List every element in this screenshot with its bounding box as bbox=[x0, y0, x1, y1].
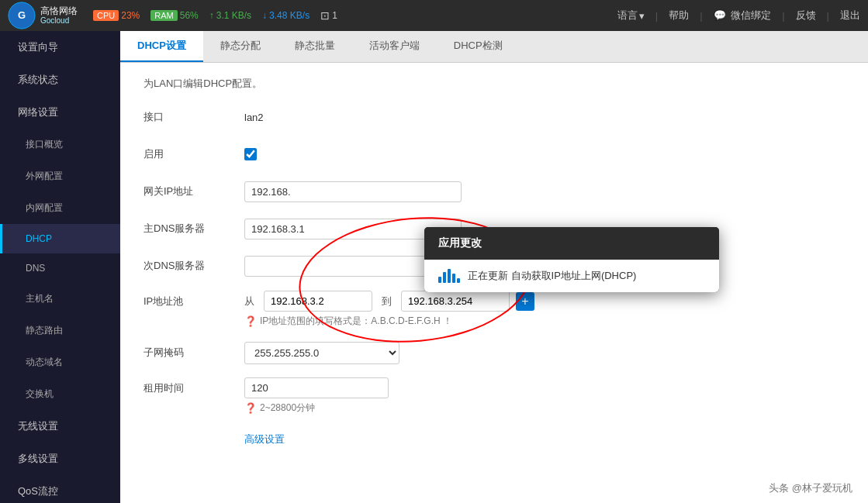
sidebar-item-hostname[interactable]: 主机名 bbox=[0, 283, 120, 315]
content-area: DHCP设置静态分配静态批量活动客户端DHCP检测 为LAN口编辑DHCP配置。… bbox=[120, 31, 868, 503]
sidebar-item-dns[interactable]: DNS bbox=[0, 253, 120, 283]
download-stat: ↓ 3.48 KB/s bbox=[262, 10, 310, 21]
topbar-stats: CPU 23% RAM 56% ↑ 3.1 KB/s ↓ 3.48 KB/s ⊡… bbox=[93, 9, 617, 22]
field-ip-pool: IP地址池 从 到 + ❓ IP地址范围的填写格式是：A.B.C.D-E.F.G… bbox=[144, 291, 845, 328]
subnet-mask-select[interactable]: 255.255.255.0 255.255.0.0 255.0.0.0 bbox=[244, 342, 399, 364]
wechat-icon: 💬 bbox=[714, 9, 726, 21]
mem-label: RAM bbox=[150, 10, 177, 21]
sidebar-item-setup-wizard[interactable]: 设置向导 bbox=[0, 31, 120, 64]
field-interface: 接口 lan2 bbox=[144, 105, 845, 129]
mem-stat: RAM 56% bbox=[150, 10, 198, 21]
conn-stat: ⊡ 1 bbox=[320, 9, 337, 22]
tab-静态分配[interactable]: 静态分配 bbox=[203, 31, 278, 62]
tab-DHCP检测[interactable]: DHCP检测 bbox=[437, 31, 520, 62]
modal-body: 正在更新 自动获取IP地址上网(DHCP) bbox=[424, 260, 719, 292]
modal-box: 应用更改 正在更新 自动获取IP地址上网(DHCP) bbox=[424, 227, 719, 292]
cpu-label: CPU bbox=[93, 10, 119, 21]
hint-icon: ❓ bbox=[244, 315, 257, 327]
upload-icon: ↑ bbox=[209, 10, 214, 21]
field-subnet-mask: 子网掩码 255.255.255.0 255.255.0.0 255.0.0.0 bbox=[144, 340, 845, 365]
sidebar-item-qos[interactable]: QoS流控 bbox=[0, 475, 120, 503]
mem-value: 56% bbox=[180, 10, 199, 21]
field-lease-time: 租用时间 ❓ 2~28800分钟 bbox=[144, 377, 845, 415]
sidebar-item-system-status[interactable]: 系统状态 bbox=[0, 64, 120, 96]
logo-icon: G bbox=[8, 2, 36, 29]
cpu-stat: CPU 23% bbox=[93, 10, 140, 21]
label-primary-dns: 主DNS服务器 bbox=[144, 222, 244, 236]
label-gateway-ip: 网关IP地址 bbox=[144, 184, 244, 198]
topbar: G 高恪网络 Gocloud CPU 23% RAM 56% ↑ 3.1 KB/… bbox=[0, 0, 868, 31]
form-description: 为LAN口编辑DHCP配置。 bbox=[144, 77, 845, 91]
sidebar-item-multi-wan[interactable]: 多线设置 bbox=[0, 443, 120, 475]
main-layout: 设置向导系统状态网络设置接口概览外网配置内网配置DHCPDNS主机名静态路由动态… bbox=[0, 31, 868, 503]
feedback-link[interactable]: 反馈 bbox=[796, 9, 816, 22]
lease-hint-row: ❓ 2~28800分钟 bbox=[244, 401, 315, 415]
label-enable: 启用 bbox=[144, 147, 244, 161]
from-label: 从 bbox=[244, 295, 254, 308]
lease-time-input[interactable] bbox=[244, 377, 389, 398]
label-subnet-mask: 子网掩码 bbox=[144, 346, 244, 360]
sidebar-item-network-settings[interactable]: 网络设置 bbox=[0, 96, 120, 129]
lease-hint-icon: ❓ bbox=[244, 402, 257, 414]
lang-button[interactable]: 语言 ▾ bbox=[617, 9, 645, 22]
sidebar: 设置向导系统状态网络设置接口概览外网配置内网配置DHCPDNS主机名静态路由动态… bbox=[0, 31, 120, 503]
logo: G 高恪网络 Gocloud bbox=[8, 2, 78, 29]
field-enable: 启用 bbox=[144, 142, 845, 167]
ip-hint-row: ❓ IP地址范围的填写格式是：A.B.C.D-E.F.G.H ！ bbox=[244, 315, 452, 328]
advanced-settings-link[interactable]: 高级设置 bbox=[244, 432, 285, 446]
ip-pool-to-input[interactable] bbox=[401, 291, 510, 312]
tabs-bar: DHCP设置静态分配静态批量活动客户端DHCP检测 bbox=[120, 31, 868, 63]
upload-value: 3.1 KB/s bbox=[216, 10, 251, 21]
sidebar-item-dynamic-dns[interactable]: 动态域名 bbox=[0, 346, 120, 378]
wechat-button[interactable]: 💬 微信绑定 bbox=[714, 9, 772, 22]
ip-range-row: 从 到 + bbox=[244, 291, 534, 312]
watermark: 头条 @林子爱玩机 bbox=[769, 481, 852, 495]
tab-静态批量[interactable]: 静态批量 bbox=[278, 31, 352, 62]
upload-stat: ↑ 3.1 KB/s bbox=[209, 10, 251, 21]
sidebar-item-lan-config[interactable]: 内网配置 bbox=[0, 192, 120, 224]
sidebar-item-wireless[interactable]: 无线设置 bbox=[0, 410, 120, 443]
cpu-value: 23% bbox=[121, 10, 140, 21]
logo-zh: 高恪网络 bbox=[40, 6, 78, 16]
sidebar-item-interface-overview[interactable]: 接口概览 bbox=[0, 129, 120, 160]
label-ip-pool: IP地址池 bbox=[144, 295, 244, 308]
tab-活动客户端[interactable]: 活动客户端 bbox=[352, 31, 437, 62]
chevron-down-icon: ▾ bbox=[639, 10, 645, 22]
modal-body-text: 正在更新 自动获取IP地址上网(DHCP) bbox=[468, 269, 636, 283]
logout-link[interactable]: 退出 bbox=[840, 9, 860, 22]
label-secondary-dns: 次DNS服务器 bbox=[144, 259, 244, 273]
sidebar-item-dhcp[interactable]: DHCP bbox=[0, 224, 120, 253]
topbar-right: 语言 ▾ | 帮助 | 💬 微信绑定 | 反馈 | 退出 bbox=[617, 9, 860, 22]
field-advanced: 高级设置 bbox=[144, 427, 845, 452]
enable-checkbox[interactable] bbox=[244, 148, 257, 160]
conn-icon: ⊡ bbox=[320, 9, 330, 22]
sidebar-item-static-route[interactable]: 静态路由 bbox=[0, 315, 120, 346]
logo-en: Gocloud bbox=[40, 16, 78, 25]
ip-pool-from-input[interactable] bbox=[264, 291, 372, 312]
help-link[interactable]: 帮助 bbox=[669, 9, 689, 22]
conn-value: 1 bbox=[332, 10, 337, 21]
ip-hint-text: IP地址范围的填写格式是：A.B.C.D-E.F.G.H ！ bbox=[260, 315, 452, 328]
tab-DHCP设置[interactable]: DHCP设置 bbox=[120, 31, 203, 62]
value-interface: lan2 bbox=[244, 112, 264, 123]
form-area: 为LAN口编辑DHCP配置。 接口 lan2 启用 网关IP地址 主DNS服务器 bbox=[120, 63, 868, 503]
label-interface: 接口 bbox=[144, 110, 244, 124]
modal-title: 应用更改 bbox=[424, 227, 719, 260]
svg-text:G: G bbox=[18, 9, 26, 21]
download-icon: ↓ bbox=[262, 10, 267, 21]
sidebar-item-wan-config[interactable]: 外网配置 bbox=[0, 160, 120, 192]
label-lease-time: 租用时间 bbox=[144, 381, 244, 395]
lease-hint-text: 2~28800分钟 bbox=[260, 401, 315, 415]
loading-bars bbox=[438, 269, 460, 283]
gateway-ip-input[interactable] bbox=[244, 181, 462, 202]
to-label: 到 bbox=[382, 295, 392, 308]
sidebar-item-switch[interactable]: 交换机 bbox=[0, 378, 120, 410]
download-value: 3.48 KB/s bbox=[269, 10, 310, 21]
field-gateway-ip: 网关IP地址 bbox=[144, 179, 845, 204]
add-ip-pool-button[interactable]: + bbox=[516, 292, 534, 311]
